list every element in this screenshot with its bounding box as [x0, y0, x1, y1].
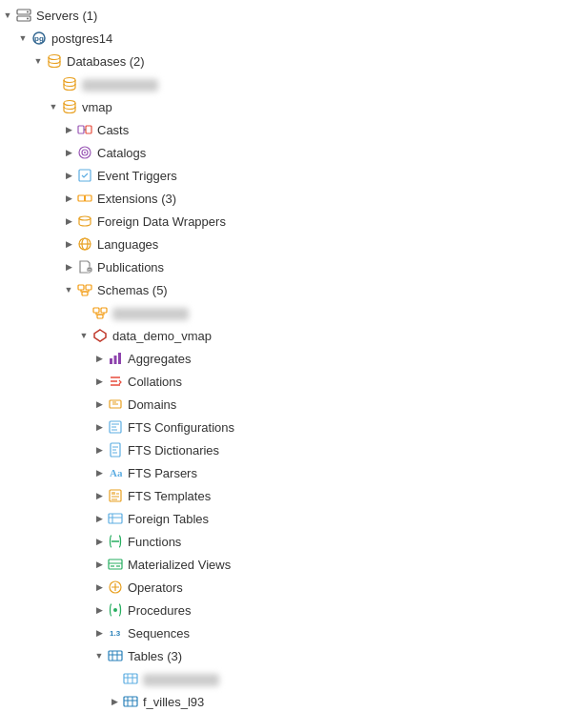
- icon-pg: pg: [30, 30, 48, 47]
- tree-item-vmap[interactable]: vmap: [0, 95, 588, 118]
- tree-item-db-blurred[interactable]: xxxxxxxxxx: [0, 72, 588, 95]
- tree-item-tables[interactable]: Tables (3): [0, 644, 588, 667]
- toggle-casts[interactable]: [61, 122, 76, 137]
- label-data-demo-vmap: data_demo_vmap: [112, 329, 580, 343]
- icon-table: [122, 693, 139, 710]
- tree-item-operators[interactable]: Operators: [0, 576, 588, 599]
- toggle-databases[interactable]: [30, 53, 46, 69]
- tree-item-table-blurred[interactable]: xxxxxxxxxx: [0, 667, 588, 690]
- icon-fts-dict: [107, 441, 124, 458]
- svg-rect-14: [79, 170, 91, 181]
- toggle-materialized-views[interactable]: [91, 557, 107, 572]
- toggle-fts-configurations[interactable]: [91, 419, 107, 435]
- toggle-fts-dictionaries[interactable]: [91, 442, 107, 458]
- tree-item-f-villes-l93[interactable]: f_villes_l93: [0, 690, 588, 712]
- label-domains: Domains: [128, 397, 580, 412]
- tree-item-collations[interactable]: Collations: [0, 370, 588, 393]
- tree-item-fts-parsers[interactable]: AaFTS Parsers: [0, 461, 588, 484]
- tree-item-foreign-tables[interactable]: Foreign Tables: [0, 507, 588, 530]
- label-db-blurred: xxxxxxxxxx: [82, 76, 580, 91]
- tree-item-procedures[interactable]: Procedures: [0, 599, 588, 621]
- toggle-tables[interactable]: [91, 648, 107, 663]
- label-postgres14: postgres14: [51, 31, 580, 46]
- tree-item-event-triggers[interactable]: Event Triggers: [0, 164, 588, 187]
- tree-item-publications[interactable]: PPublications: [0, 255, 588, 278]
- label-schemas: Schemas (5): [97, 283, 580, 297]
- toggle-procedures[interactable]: [91, 602, 107, 618]
- toggle-postgres14[interactable]: [15, 31, 30, 46]
- icon-function: [107, 533, 124, 550]
- icon-publication: P: [76, 258, 93, 275]
- svg-point-13: [84, 152, 86, 153]
- toggle-schemas[interactable]: [61, 282, 76, 297]
- svg-point-8: [64, 101, 75, 106]
- tree-item-materialized-views[interactable]: Materialized Views: [0, 553, 588, 576]
- tree-item-domains[interactable]: Domains: [0, 393, 588, 416]
- icon-table: [122, 670, 139, 687]
- toggle-functions[interactable]: [91, 534, 107, 549]
- toggle-event-triggers[interactable]: [61, 168, 76, 183]
- tree-item-fts-configurations[interactable]: FTS Configurations: [0, 416, 588, 438]
- tree-item-languages[interactable]: Languages: [0, 233, 588, 255]
- tree-item-extensions[interactable]: Extensions (3): [0, 187, 588, 210]
- tree-item-catalogs[interactable]: Catalogs: [0, 141, 588, 164]
- tree-item-fts-dictionaries[interactable]: FTS Dictionaries: [0, 438, 588, 461]
- label-fts-parsers: FTS Parsers: [128, 466, 580, 480]
- label-fts-configurations: FTS Configurations: [128, 420, 580, 435]
- svg-rect-47: [124, 697, 137, 706]
- icon-sequence: 1.3: [107, 624, 124, 641]
- tree-item-servers[interactable]: Servers (1): [0, 4, 588, 27]
- label-casts: Casts: [97, 123, 580, 137]
- toggle-vmap[interactable]: [46, 99, 61, 114]
- svg-rect-16: [85, 195, 91, 201]
- tree-item-fts-templates[interactable]: FTS Templates: [0, 484, 588, 507]
- tree-item-foreign-data-wrappers[interactable]: Foreign Data Wrappers: [0, 210, 588, 233]
- toggle-aggregates[interactable]: [91, 351, 107, 366]
- icon-schema: [91, 304, 109, 321]
- toggle-sequences[interactable]: [91, 625, 107, 641]
- label-collations: Collations: [128, 375, 580, 389]
- tree-item-databases[interactable]: Databases (2): [0, 50, 588, 72]
- tree-container[interactable]: Servers (1)pgpostgres14Databases (2)xxxx…: [0, 0, 588, 712]
- toggle-publications[interactable]: [61, 259, 76, 275]
- svg-rect-30: [114, 356, 117, 364]
- svg-rect-31: [118, 353, 121, 364]
- svg-rect-26: [101, 308, 107, 313]
- icon-schema-special: [91, 327, 109, 344]
- tree-item-aggregates[interactable]: Aggregates: [0, 347, 588, 370]
- toggle-collations[interactable]: [91, 374, 107, 389]
- tree-item-sequences[interactable]: 1.3Sequences: [0, 621, 588, 644]
- svg-rect-9: [78, 126, 84, 133]
- toggle-foreign-data-wrappers[interactable]: [61, 214, 76, 229]
- label-f-villes-l93: f_villes_l93: [143, 695, 580, 709]
- tree-item-postgres14[interactable]: pgpostgres14: [0, 27, 588, 50]
- toggle-servers[interactable]: [0, 8, 15, 23]
- tree-item-casts[interactable]: Casts: [0, 118, 588, 141]
- icon-server: [15, 7, 32, 24]
- toggle-fts-templates[interactable]: [91, 488, 107, 503]
- icon-domain: [107, 396, 124, 413]
- toggle-catalogs[interactable]: [61, 145, 76, 160]
- tree-item-data-demo-vmap[interactable]: data_demo_vmap: [0, 324, 588, 347]
- svg-text:1.3: 1.3: [110, 629, 121, 638]
- toggle-fts-parsers[interactable]: [91, 465, 107, 480]
- icon-event-trigger: [76, 167, 93, 184]
- icon-catalog: [76, 144, 93, 161]
- tree-item-schemas[interactable]: Schemas (5): [0, 278, 588, 301]
- toggle-data-demo-vmap[interactable]: [76, 328, 91, 343]
- icon-db: [61, 98, 78, 115]
- toggle-domains[interactable]: [91, 397, 107, 412]
- tree-item-functions[interactable]: Functions: [0, 530, 588, 553]
- toggle-languages[interactable]: [61, 236, 76, 252]
- icon-language: [76, 235, 93, 253]
- toggle-foreign-tables[interactable]: [91, 511, 107, 526]
- label-schema-blurred: xxxxxxxxxx: [112, 305, 580, 319]
- icon-fdw: [76, 213, 93, 230]
- toggle-f-villes-l93[interactable]: [107, 694, 122, 709]
- label-vmap: vmap: [82, 100, 580, 114]
- tree-item-schema-blurred[interactable]: xxxxxxxxxx: [0, 301, 588, 324]
- svg-rect-22: [78, 285, 84, 290]
- toggle-operators[interactable]: [91, 580, 107, 595]
- svg-rect-41: [116, 565, 120, 567]
- toggle-extensions[interactable]: [61, 191, 76, 206]
